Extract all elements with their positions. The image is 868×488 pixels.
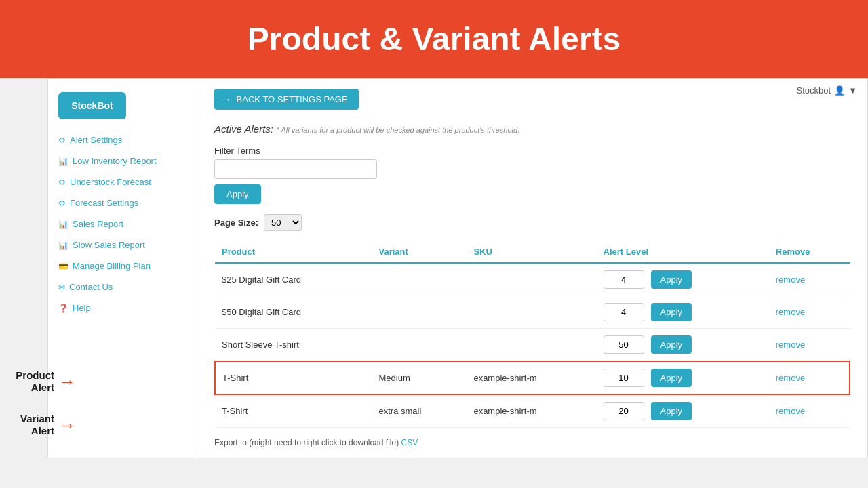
sidebar-item-label: Forecast Settings bbox=[70, 198, 138, 208]
sku-value bbox=[467, 263, 596, 296]
sidebar-link-understock[interactable]: ⚙ Understock Forecast bbox=[48, 171, 197, 192]
banner: Product & Variant Alerts bbox=[0, 0, 868, 78]
sidebar-logo: StockBot bbox=[48, 85, 197, 129]
chart-icon-2: 📊 bbox=[58, 220, 68, 229]
sidebar-link-billing[interactable]: 💳 Manage Billing Plan bbox=[48, 256, 197, 277]
alert-level-cell: Apply bbox=[597, 263, 769, 296]
sku-value: example-shirt-m bbox=[467, 361, 596, 394]
chart-icon-3: 📊 bbox=[58, 241, 68, 250]
alert-level-input[interactable] bbox=[604, 303, 644, 321]
variant-name bbox=[372, 263, 467, 296]
alert-level-input[interactable] bbox=[604, 336, 644, 354]
sidebar-item-understock[interactable]: ⚙ Understock Forecast bbox=[48, 171, 197, 192]
page-size-select[interactable]: 50 25 100 bbox=[264, 214, 302, 231]
filter-apply-button[interactable]: Apply bbox=[214, 184, 261, 204]
logo: StockBot bbox=[58, 92, 126, 119]
remove-cell: remove bbox=[769, 296, 850, 329]
remove-link[interactable]: remove bbox=[776, 307, 805, 317]
logo-text: StockBot bbox=[71, 100, 113, 111]
sidebar-item-contact[interactable]: ✉ Contact Us bbox=[48, 277, 197, 298]
sidebar-link-help[interactable]: ❓ Help bbox=[48, 298, 197, 319]
alert-level-input[interactable] bbox=[604, 270, 644, 289]
export-text: Export to (might need to right click to … bbox=[214, 438, 850, 447]
alert-level-cell: Apply bbox=[597, 394, 769, 428]
dropdown-arrow[interactable]: ▼ bbox=[848, 85, 857, 96]
sidebar-item-label: Low Inventory Report bbox=[73, 156, 157, 166]
sidebar: StockBot ⚙ Alert Settings 📊 Low Inventor… bbox=[48, 79, 197, 458]
sidebar-item-slow-sales[interactable]: 📊 Slow Sales Report bbox=[48, 235, 197, 256]
banner-title: Product & Variant Alerts bbox=[14, 20, 854, 58]
col-remove: Remove bbox=[769, 241, 850, 263]
variant-name: extra small bbox=[372, 394, 467, 428]
page-size-section: Page Size: 50 25 100 bbox=[214, 214, 850, 231]
alert-level-input[interactable] bbox=[604, 369, 644, 387]
sidebar-link-sales-report[interactable]: 📊 Sales Report bbox=[48, 214, 197, 235]
table-row: $25 Digital Gift Card Apply remove bbox=[215, 263, 850, 296]
remove-link[interactable]: remove bbox=[776, 274, 805, 285]
filter-label: Filter Terms bbox=[214, 146, 850, 156]
product-name: $25 Digital Gift Card bbox=[215, 263, 372, 296]
csv-link[interactable]: CSV bbox=[401, 438, 418, 447]
product-name: Short Sleeve T-shirt bbox=[215, 329, 372, 362]
sidebar-item-label: Contact Us bbox=[69, 282, 113, 292]
user-label: Stockbot bbox=[797, 85, 831, 96]
sku-value bbox=[467, 329, 596, 362]
remove-link[interactable]: remove bbox=[776, 340, 805, 350]
page-size-label: Page Size: bbox=[214, 218, 258, 228]
alert-level-input[interactable] bbox=[604, 402, 644, 420]
remove-cell: remove bbox=[769, 361, 850, 394]
sidebar-link-alert-settings[interactable]: ⚙ Alert Settings bbox=[48, 129, 197, 150]
sidebar-item-help[interactable]: ❓ Help bbox=[48, 298, 197, 319]
variant-name bbox=[372, 296, 467, 329]
variant-name bbox=[372, 329, 467, 362]
row-apply-button[interactable]: Apply bbox=[651, 402, 692, 420]
row-apply-button[interactable]: Apply bbox=[651, 270, 692, 289]
col-variant: Variant bbox=[372, 241, 467, 263]
row-apply-button[interactable]: Apply bbox=[651, 336, 692, 354]
table-header: Product Variant SKU Alert Level Remove bbox=[215, 241, 850, 263]
sidebar-link-slow-sales[interactable]: 📊 Slow Sales Report bbox=[48, 235, 197, 256]
sku-value: example-shirt-m bbox=[467, 394, 596, 428]
billing-icon: 💳 bbox=[58, 262, 68, 271]
filter-input[interactable] bbox=[214, 159, 377, 179]
sidebar-nav: ⚙ Alert Settings 📊 Low Inventory Report … bbox=[48, 129, 197, 319]
remove-link[interactable]: remove bbox=[776, 373, 805, 383]
gear-icon: ⚙ bbox=[58, 136, 66, 145]
sidebar-item-label: Help bbox=[73, 303, 91, 313]
export-label: Export to (might need to right click to … bbox=[214, 438, 399, 447]
back-button[interactable]: ← BACK TO SETTINGS PAGE bbox=[214, 89, 359, 110]
alert-level-cell: Apply bbox=[597, 361, 769, 394]
remove-link[interactable]: remove bbox=[776, 406, 805, 416]
sidebar-link-low-inventory[interactable]: 📊 Low Inventory Report bbox=[48, 150, 197, 171]
sidebar-item-sales-report[interactable]: 📊 Sales Report bbox=[48, 214, 197, 235]
variant-name: Medium bbox=[372, 361, 467, 394]
sidebar-item-low-inventory[interactable]: 📊 Low Inventory Report bbox=[48, 150, 197, 171]
help-icon: ❓ bbox=[58, 304, 68, 313]
sidebar-item-label: Alert Settings bbox=[70, 135, 122, 145]
sidebar-item-billing[interactable]: 💳 Manage Billing Plan bbox=[48, 256, 197, 277]
remove-cell: remove bbox=[769, 263, 850, 296]
user-icon: 👤 bbox=[834, 85, 845, 96]
table-row: Short Sleeve T-shirt Apply remove bbox=[215, 329, 850, 362]
sidebar-link-forecast-settings[interactable]: ⚙ Forecast Settings bbox=[48, 192, 197, 214]
active-alerts-note: * All variants for a product will be che… bbox=[276, 126, 519, 134]
sidebar-item-label: Understock Forecast bbox=[70, 177, 151, 187]
alert-level-cell: Apply bbox=[597, 329, 769, 362]
active-alerts-title: Active Alerts: bbox=[214, 123, 273, 135]
chart-icon: 📊 bbox=[58, 157, 68, 166]
table-row: $50 Digital Gift Card Apply remove bbox=[215, 296, 850, 329]
product-name: T-Shirt bbox=[215, 394, 372, 428]
sidebar-item-label: Sales Report bbox=[73, 219, 123, 229]
row-apply-button[interactable]: Apply bbox=[651, 369, 692, 387]
alerts-table: Product Variant SKU Alert Level Remove $… bbox=[214, 241, 850, 428]
gear-icon-3: ⚙ bbox=[58, 199, 66, 208]
mail-icon: ✉ bbox=[58, 283, 65, 292]
sidebar-link-contact[interactable]: ✉ Contact Us bbox=[48, 277, 197, 298]
sidebar-item-label: Manage Billing Plan bbox=[73, 261, 151, 271]
product-name: $50 Digital Gift Card bbox=[215, 296, 372, 329]
remove-cell: remove bbox=[769, 329, 850, 362]
sidebar-item-forecast-settings[interactable]: ⚙ Forecast Settings bbox=[48, 192, 197, 214]
col-alert-level: Alert Level bbox=[597, 241, 769, 263]
row-apply-button[interactable]: Apply bbox=[651, 303, 692, 321]
sidebar-item-alert-settings[interactable]: ⚙ Alert Settings bbox=[48, 129, 197, 150]
